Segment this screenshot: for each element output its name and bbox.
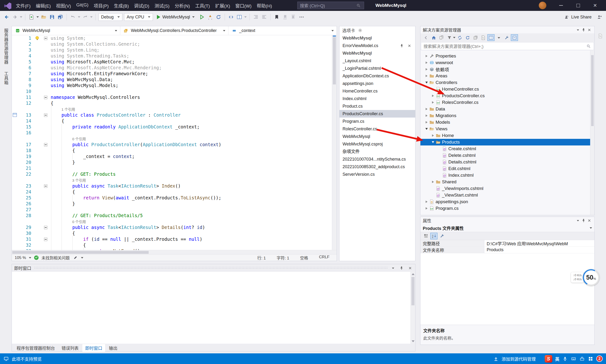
tree-item-_ViewImports.cshtml[interactable]: @_ViewImports.cshtml bbox=[420, 185, 594, 192]
properties-header[interactable]: 属性 bbox=[420, 217, 594, 224]
side-tab-工具箱[interactable]: 工具箱 bbox=[3, 71, 9, 85]
chevron-down-icon[interactable] bbox=[424, 128, 430, 130]
menu-item-项目(P)[interactable]: 项目(P) bbox=[91, 1, 111, 10]
tree-item-Models[interactable]: Models bbox=[420, 119, 594, 126]
undo-icon[interactable] bbox=[70, 14, 76, 20]
tree-item-wwwroot[interactable]: wwwroot bbox=[420, 59, 594, 66]
tree-item-appsettings.json[interactable]: {}appsettings.json bbox=[420, 198, 594, 205]
chevron-right-icon[interactable] bbox=[424, 55, 430, 57]
preview-icon[interactable] bbox=[480, 34, 487, 41]
pen-icon[interactable] bbox=[72, 255, 78, 261]
immediate-window-scrollbar[interactable] bbox=[410, 272, 415, 344]
save-all-icon[interactable] bbox=[57, 14, 64, 20]
solution-search-input[interactable]: 搜索解决方案资源管理器(Ctrl+;) bbox=[421, 42, 594, 50]
fold-toggle[interactable] bbox=[44, 114, 47, 117]
bottom-tab-程序包管理器控制台[interactable]: 程序包管理器控制台 bbox=[14, 344, 58, 352]
bottom-tab-输出[interactable]: 输出 bbox=[106, 344, 120, 352]
open-file-icon[interactable] bbox=[40, 14, 47, 20]
doc-tab-appsettings.json[interactable]: appsettings.json bbox=[339, 80, 415, 87]
wrench2-icon[interactable] bbox=[503, 34, 510, 41]
chevron-right-icon[interactable] bbox=[430, 101, 436, 104]
property-value[interactable]: Products bbox=[484, 247, 594, 253]
line-indicator[interactable]: 行: 1 bbox=[257, 255, 266, 261]
menu-item-测试(S)[interactable]: 测试(S) bbox=[152, 1, 172, 10]
tree-scrollbar[interactable] bbox=[590, 50, 594, 215]
window-position-icon[interactable] bbox=[575, 218, 581, 223]
editor-horizontal-scrollbar[interactable] bbox=[12, 250, 337, 254]
microphone-icon[interactable] bbox=[562, 356, 568, 362]
tree-item-Details.cshtml[interactable]: @Details.cshtml bbox=[420, 159, 594, 165]
chevron-right-icon[interactable] bbox=[430, 134, 436, 137]
member-dropdown[interactable]: _context bbox=[229, 26, 337, 35]
platform-dropdown[interactable]: Any CPU bbox=[124, 13, 153, 21]
tree-item-Delete.cshtml[interactable]: @Delete.cshtml bbox=[420, 152, 594, 159]
tree-item-Controllers[interactable]: Controllers bbox=[420, 79, 594, 86]
filter-icon[interactable] bbox=[446, 34, 453, 41]
property-row-文件夹名称[interactable]: 文件夹名称Products bbox=[420, 247, 594, 253]
chevron-right-icon[interactable] bbox=[424, 68, 430, 70]
ime-language-indicator[interactable]: 英 bbox=[555, 356, 559, 362]
doc-tab-RolesController.cs[interactable]: RolesController.cs bbox=[339, 125, 415, 133]
chevron-right-icon[interactable] bbox=[424, 207, 430, 209]
doc-tab-Index.cshtml[interactable]: Index.cshtml bbox=[339, 95, 415, 103]
sogou-ime-icon[interactable]: S bbox=[545, 355, 552, 363]
property-row-完整路径[interactable]: 完整路径D:\C#学习\Web 应用\WebMvcMysql\WebM bbox=[420, 240, 594, 247]
solution-explorer-header[interactable]: 解决方案资源管理器 bbox=[420, 26, 594, 33]
pin-icon[interactable] bbox=[581, 218, 586, 223]
minimize-button[interactable] bbox=[552, 0, 569, 11]
tree-item-Properties[interactable]: Properties bbox=[420, 53, 594, 59]
vertical-splitter[interactable] bbox=[416, 26, 420, 353]
doc-tab-ServerVersion.cs[interactable]: ServerVersion.cs bbox=[339, 170, 415, 178]
editor-layout-icon[interactable] bbox=[236, 14, 243, 20]
fold-toggle[interactable] bbox=[44, 143, 47, 146]
menu-item-工具(T)[interactable]: 工具(T) bbox=[192, 1, 212, 10]
tree-item-_ViewStart.cshtml[interactable]: @_ViewStart.cshtml bbox=[420, 192, 594, 198]
tree-item-HomeController.cs[interactable]: C#HomeController.cs bbox=[420, 86, 594, 92]
new-project-icon[interactable] bbox=[28, 14, 35, 20]
scrollbar-thumb[interactable] bbox=[12, 251, 149, 254]
doc-tab-Program.cs[interactable]: Program.cs bbox=[339, 117, 415, 125]
chevron-right-icon[interactable] bbox=[424, 75, 430, 77]
files-icon[interactable] bbox=[438, 34, 445, 41]
chevron-right-icon[interactable] bbox=[430, 181, 436, 183]
doc-tab-WebMvcMysql.csproj[interactable]: WebMvcMysql.csproj bbox=[339, 140, 415, 148]
pin-icon[interactable] bbox=[399, 43, 404, 49]
start-debug-button[interactable]: WebMvcMysql bbox=[155, 13, 197, 21]
chevron-right-icon[interactable] bbox=[424, 201, 430, 203]
feedback-icon[interactable] bbox=[596, 14, 603, 20]
chevron-right-icon[interactable] bbox=[430, 95, 436, 97]
doc-tab-ApplicationDbContext.cs[interactable]: ApplicationDbContext.cs bbox=[339, 72, 415, 80]
fold-toggle[interactable] bbox=[44, 226, 47, 229]
outdent-icon[interactable] bbox=[261, 14, 268, 20]
doc-tab-Product.cs[interactable]: Product.cs bbox=[339, 103, 415, 110]
find-in-files-icon[interactable] bbox=[228, 14, 234, 20]
next-bookmark-icon[interactable] bbox=[290, 14, 296, 20]
chevron-right-icon[interactable] bbox=[430, 88, 436, 90]
doc-tab-WebMvcMysql[interactable]: WebMvcMysql bbox=[339, 133, 415, 140]
bookmark-icon[interactable] bbox=[273, 14, 280, 20]
collapse-all-icon[interactable] bbox=[472, 34, 479, 41]
wrench2-icon[interactable] bbox=[438, 233, 445, 239]
tree-item-Shared[interactable]: Shared bbox=[420, 179, 594, 185]
ime-grid-icon[interactable] bbox=[588, 356, 593, 362]
close-button[interactable]: ✕ bbox=[587, 0, 604, 11]
start-without-debug-icon[interactable] bbox=[199, 14, 205, 20]
inheritance-glyph-icon[interactable] bbox=[13, 113, 17, 117]
tree-item-Areas[interactable]: Areas bbox=[420, 73, 594, 79]
split-icon[interactable] bbox=[487, 34, 495, 41]
chevron-right-icon[interactable] bbox=[424, 108, 430, 110]
tree-item-Views[interactable]: Views bbox=[420, 126, 594, 132]
tree-item-Migrations[interactable]: Migrations bbox=[420, 112, 594, 119]
menu-item-Git(G)[interactable]: Git(G) bbox=[74, 1, 91, 10]
tree-item-Create.cshtml[interactable]: @Create.cshtml bbox=[420, 145, 594, 152]
chevron-right-icon[interactable] bbox=[424, 62, 430, 64]
restart-icon[interactable] bbox=[215, 14, 222, 20]
menu-item-生成(B)[interactable]: 生成(B) bbox=[111, 1, 131, 10]
space-indicator[interactable]: 空格 bbox=[300, 255, 308, 261]
close-icon[interactable] bbox=[586, 27, 592, 33]
immediate-window-header[interactable]: 即时窗口 bbox=[12, 264, 415, 272]
close-icon[interactable] bbox=[586, 218, 592, 223]
network-speed-widget[interactable]: ↑0 K/s ↓0 K/s 50 % bbox=[571, 269, 599, 286]
tree-item-Data[interactable]: Data bbox=[420, 106, 594, 112]
window-position-icon[interactable] bbox=[575, 27, 581, 33]
